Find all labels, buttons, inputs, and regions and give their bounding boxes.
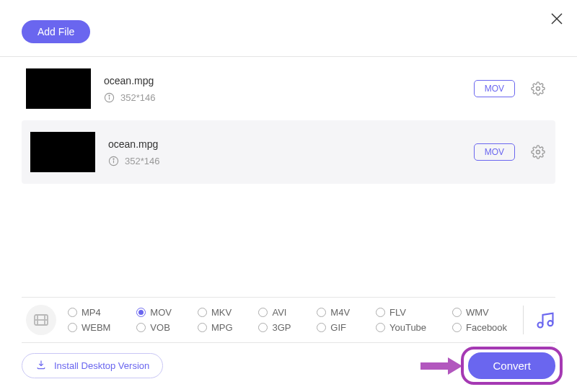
format-option-mp4[interactable]: MP4 bbox=[68, 307, 118, 318]
radio-icon bbox=[376, 308, 385, 317]
radio-icon bbox=[198, 323, 207, 332]
format-label: WEBM bbox=[82, 322, 110, 333]
close-icon[interactable] bbox=[550, 12, 564, 26]
format-option-flv[interactable]: FLV bbox=[376, 307, 433, 318]
install-label: Install Desktop Version bbox=[54, 360, 149, 371]
format-label: MPG bbox=[211, 322, 233, 333]
format-label: Facebook bbox=[466, 322, 507, 333]
format-bar: MP4MOVMKVAVIM4VFLVWMVWEBMVOBMPG3GPGIFYou… bbox=[22, 297, 555, 343]
file-list: ocean.mpg 352*146 MOV ocean.mpg 352*146 bbox=[0, 57, 577, 184]
format-option-mkv[interactable]: MKV bbox=[198, 307, 240, 318]
radio-icon bbox=[136, 308, 146, 317]
format-option-vob[interactable]: VOB bbox=[136, 322, 179, 333]
file-info: ocean.mpg 352*146 bbox=[104, 75, 461, 103]
add-file-button[interactable]: Add File bbox=[22, 20, 90, 43]
format-label: 3GP bbox=[272, 322, 291, 333]
radio-icon bbox=[258, 308, 268, 317]
radio-icon bbox=[68, 323, 77, 332]
output-format-tag[interactable]: MOV bbox=[474, 143, 515, 161]
file-meta: 352*146 bbox=[108, 156, 461, 166]
radio-icon bbox=[452, 308, 462, 317]
file-meta: 352*146 bbox=[104, 92, 461, 103]
install-desktop-button[interactable]: Install Desktop Version bbox=[22, 353, 163, 378]
format-option-mov[interactable]: MOV bbox=[136, 307, 179, 318]
radio-icon bbox=[376, 323, 385, 332]
radio-icon bbox=[136, 323, 146, 332]
music-mode-icon[interactable] bbox=[535, 310, 555, 330]
format-option-gif[interactable]: GIF bbox=[317, 322, 357, 333]
radio-icon bbox=[198, 308, 207, 317]
svg-point-8 bbox=[113, 159, 114, 159]
file-name: ocean.mpg bbox=[104, 75, 461, 86]
format-label: MP4 bbox=[82, 307, 101, 318]
format-label: FLV bbox=[389, 307, 406, 318]
format-label: VOB bbox=[150, 322, 169, 333]
gear-icon[interactable] bbox=[531, 145, 545, 159]
header: Add File bbox=[0, 0, 577, 57]
file-dimensions: 352*146 bbox=[120, 92, 155, 103]
svg-point-4 bbox=[109, 95, 110, 96]
gear-icon[interactable] bbox=[531, 81, 545, 96]
video-thumbnail[interactable] bbox=[26, 68, 91, 109]
format-label: WMV bbox=[466, 307, 489, 318]
format-label: GIF bbox=[330, 322, 346, 333]
convert-button[interactable]: Convert bbox=[468, 352, 555, 379]
format-option-avi[interactable]: AVI bbox=[258, 307, 298, 318]
radio-icon bbox=[68, 308, 77, 317]
format-label: AVI bbox=[272, 307, 286, 318]
convert-annotation: Convert bbox=[419, 352, 555, 379]
divider bbox=[523, 306, 524, 334]
format-label: MOV bbox=[150, 307, 172, 318]
download-icon bbox=[35, 359, 47, 373]
arrow-annotation-icon bbox=[419, 355, 464, 377]
output-format-tag[interactable]: MOV bbox=[474, 80, 515, 97]
format-option-facebook[interactable]: Facebook bbox=[452, 322, 514, 333]
radio-icon bbox=[452, 323, 462, 332]
file-dimensions: 352*146 bbox=[125, 156, 159, 166]
info-icon[interactable] bbox=[108, 156, 119, 166]
radio-icon bbox=[317, 308, 326, 317]
radio-icon bbox=[317, 323, 326, 332]
info-icon[interactable] bbox=[104, 92, 115, 103]
radio-icon bbox=[258, 323, 268, 332]
format-option-mpg[interactable]: MPG bbox=[198, 322, 240, 333]
format-option-3gp[interactable]: 3GP bbox=[258, 322, 298, 333]
svg-point-9 bbox=[537, 151, 540, 154]
format-grid: MP4MOVMKVAVIM4VFLVWMVWEBMVOBMPG3GPGIFYou… bbox=[68, 307, 514, 333]
file-info: ocean.mpg 352*146 bbox=[108, 138, 461, 166]
format-label: M4V bbox=[330, 307, 350, 318]
file-row: ocean.mpg 352*146 MOV bbox=[22, 57, 555, 120]
file-name: ocean.mpg bbox=[108, 138, 461, 150]
format-option-m4v[interactable]: M4V bbox=[317, 307, 357, 318]
video-mode-icon[interactable] bbox=[26, 305, 56, 335]
footer: Install Desktop Version Convert bbox=[22, 352, 555, 379]
format-option-wmv[interactable]: WMV bbox=[452, 307, 514, 318]
video-thumbnail[interactable] bbox=[30, 132, 95, 172]
format-option-youtube[interactable]: YouTube bbox=[376, 322, 433, 333]
format-label: YouTube bbox=[389, 322, 426, 333]
format-label: MKV bbox=[211, 307, 232, 318]
format-option-webm[interactable]: WEBM bbox=[68, 322, 118, 333]
file-row: ocean.mpg 352*146 MOV bbox=[22, 120, 555, 184]
svg-point-5 bbox=[537, 87, 540, 91]
